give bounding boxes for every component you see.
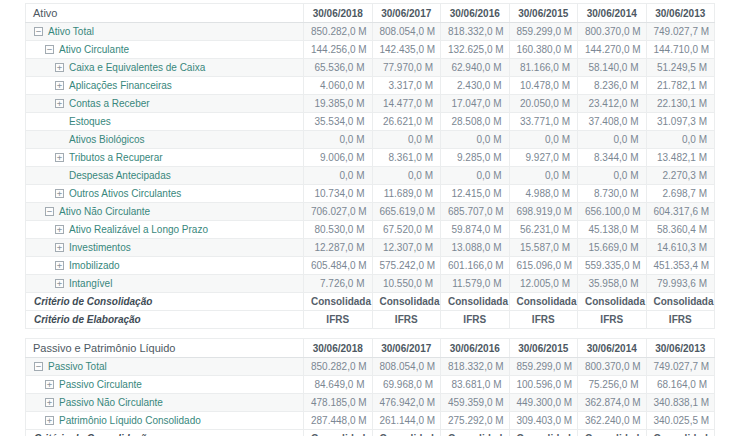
- value-cell: 808.054,0 M: [372, 358, 441, 376]
- passivo-table: Passivo e Patrimônio Líquido30/06/201830…: [25, 338, 715, 436]
- value-cell: 132.625,0 M: [441, 41, 510, 59]
- value-cell: 8.344,0 M: [578, 149, 647, 167]
- row-label-cell: −Ativo Circulante: [26, 41, 304, 59]
- collapse-icon[interactable]: −: [45, 45, 54, 54]
- row-label-cell: +Intangível: [26, 275, 304, 293]
- expand-icon[interactable]: +: [55, 243, 64, 252]
- expand-icon[interactable]: +: [55, 63, 64, 72]
- expand-icon[interactable]: +: [55, 225, 64, 234]
- value-cell: 261.144,0 M: [372, 412, 441, 430]
- value-cell: 287.448,0 M: [304, 412, 373, 430]
- value-cell: 12.005,0 M: [509, 275, 578, 293]
- value-cell: 12.307,0 M: [372, 239, 441, 257]
- row-label: Critério de Elaboração: [34, 314, 141, 325]
- value-cell: 10.734,0 M: [304, 185, 373, 203]
- value-cell: 83.681,0 M: [441, 376, 510, 394]
- account-row: Despesas Antecipadas0,0 M0,0 M0,0 M0,0 M…: [26, 167, 715, 185]
- expand-icon[interactable]: +: [45, 398, 54, 407]
- value-cell: 80.530,0 M: [304, 221, 373, 239]
- value-cell: 451.353,4 M: [646, 257, 715, 275]
- row-label: Ativo Total: [48, 26, 94, 37]
- value-cell: 59.874,0 M: [441, 221, 510, 239]
- value-cell: 808.054,0 M: [372, 23, 441, 41]
- value-cell: 14.477,0 M: [372, 95, 441, 113]
- value-cell: 0,0 M: [509, 167, 578, 185]
- value-cell: Consolidada: [441, 293, 510, 311]
- value-cell: 2.698,7 M: [646, 185, 715, 203]
- value-cell: IFRS: [578, 311, 647, 329]
- value-cell: 0,0 M: [441, 131, 510, 149]
- collapse-icon[interactable]: −: [45, 207, 54, 216]
- value-cell: 800.370,0 M: [578, 358, 647, 376]
- expand-icon[interactable]: +: [55, 261, 64, 270]
- value-cell: 23.412,0 M: [578, 95, 647, 113]
- expand-icon[interactable]: +: [45, 380, 54, 389]
- value-cell: 8.730,0 M: [578, 185, 647, 203]
- value-cell: IFRS: [304, 311, 373, 329]
- value-cell: 0,0 M: [441, 167, 510, 185]
- value-cell: 22.130,1 M: [646, 95, 715, 113]
- row-label-cell: −Ativo Total: [26, 23, 304, 41]
- value-cell: 20.050,0 M: [509, 95, 578, 113]
- value-cell: 0,0 M: [509, 131, 578, 149]
- account-row: −Ativo Não Circulante706.027,0 M665.619,…: [26, 203, 715, 221]
- row-label: Tributos a Recuperar: [69, 152, 163, 163]
- account-row: −Ativo Circulante144.256,0 M142.435,0 M1…: [26, 41, 715, 59]
- value-cell: 656.100,0 M: [578, 203, 647, 221]
- value-cell: 0,0 M: [578, 167, 647, 185]
- account-row: +Investimentos12.287,0 M12.307,0 M13.088…: [26, 239, 715, 257]
- value-cell: 31.097,3 M: [646, 113, 715, 131]
- value-cell: 859.299,0 M: [509, 358, 578, 376]
- value-cell: 13.482,1 M: [646, 149, 715, 167]
- row-label-cell: Critério de Consolidação: [26, 293, 304, 311]
- expand-icon[interactable]: +: [55, 99, 64, 108]
- column-header-date: 30/06/2013: [646, 339, 715, 358]
- row-label-cell: +Contas a Receber: [26, 95, 304, 113]
- row-label: Estoques: [69, 116, 111, 127]
- row-label-cell: +Aplicações Financeiras: [26, 77, 304, 95]
- value-cell: 10.550,0 M: [372, 275, 441, 293]
- value-cell: Consolidada: [646, 430, 715, 436]
- value-cell: Consolidada: [509, 430, 578, 436]
- value-cell: 615.096,0 M: [509, 257, 578, 275]
- value-cell: 67.520,0 M: [372, 221, 441, 239]
- value-cell: 45.138,0 M: [578, 221, 647, 239]
- row-label: Intangível: [69, 278, 112, 289]
- value-cell: 340.838,1 M: [646, 394, 715, 412]
- value-cell: 0,0 M: [372, 131, 441, 149]
- expand-icon[interactable]: +: [45, 416, 54, 425]
- value-cell: 459.359,0 M: [441, 394, 510, 412]
- value-cell: 14.610,3 M: [646, 239, 715, 257]
- row-label-cell: +Ativo Realizável a Longo Prazo: [26, 221, 304, 239]
- expand-icon[interactable]: +: [55, 153, 64, 162]
- value-cell: 11.579,0 M: [441, 275, 510, 293]
- account-row: −Ativo Total850.282,0 M808.054,0 M818.33…: [26, 23, 715, 41]
- row-label: Passivo Não Circulante: [59, 397, 163, 408]
- collapse-icon[interactable]: −: [34, 27, 43, 36]
- header-row: Ativo30/06/201830/06/201730/06/201630/06…: [26, 4, 715, 23]
- value-cell: 800.370,0 M: [578, 23, 647, 41]
- row-label-cell: Despesas Antecipadas: [26, 167, 304, 185]
- value-cell: 10.478,0 M: [509, 77, 578, 95]
- row-label: Critério de Consolidação: [34, 296, 152, 307]
- account-row: +Aplicações Financeiras4.060,0 M3.317,0 …: [26, 77, 715, 95]
- row-label: Ativo Não Circulante: [59, 206, 150, 217]
- row-label: Aplicações Financeiras: [69, 80, 172, 91]
- value-cell: 9.285,0 M: [441, 149, 510, 167]
- row-label-cell: Ativos Biológicos: [26, 131, 304, 149]
- row-label-cell: +Imobilizado: [26, 257, 304, 275]
- expand-icon[interactable]: +: [55, 279, 64, 288]
- expand-icon[interactable]: +: [55, 81, 64, 90]
- row-label: Passivo Circulante: [59, 379, 142, 390]
- row-label-cell: +Tributos a Recuperar: [26, 149, 304, 167]
- value-cell: 850.282,0 M: [304, 23, 373, 41]
- expand-icon[interactable]: +: [55, 189, 64, 198]
- row-label-cell: +Caixa e Equivalentes de Caixa: [26, 59, 304, 77]
- value-cell: 26.621,0 M: [372, 113, 441, 131]
- value-cell: IFRS: [646, 311, 715, 329]
- value-cell: 144.256,0 M: [304, 41, 373, 59]
- column-header-date: 30/06/2014: [578, 4, 647, 23]
- collapse-icon[interactable]: −: [34, 362, 43, 371]
- value-cell: 15.587,0 M: [509, 239, 578, 257]
- row-label-cell: Estoques: [26, 113, 304, 131]
